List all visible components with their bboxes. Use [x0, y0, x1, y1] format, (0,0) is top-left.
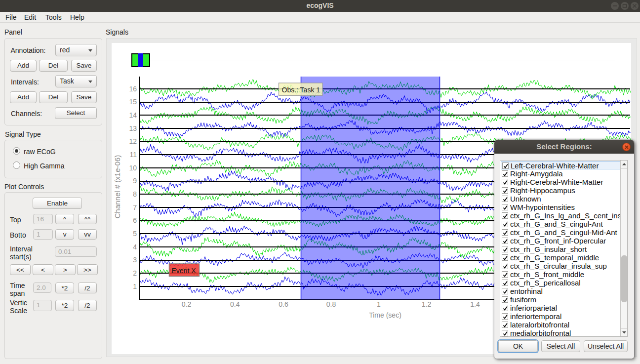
svg-text:Time (sec): Time (sec)	[369, 311, 401, 319]
svg-text:14: 14	[129, 111, 137, 119]
svg-text:1: 1	[377, 300, 381, 308]
svg-text:15: 15	[129, 98, 137, 106]
svg-text:1.4: 1.4	[470, 300, 480, 308]
svg-text:7: 7	[133, 203, 137, 211]
svg-text:10: 10	[129, 164, 137, 172]
svg-text:1.2: 1.2	[422, 300, 432, 308]
svg-text:11: 11	[129, 151, 137, 159]
svg-text:5: 5	[133, 230, 137, 238]
svg-text:Channel # (x1e-06): Channel # (x1e-06)	[113, 155, 121, 218]
svg-text:3: 3	[133, 256, 137, 264]
svg-text:Event X: Event X	[172, 267, 197, 275]
svg-text:13: 13	[129, 124, 137, 132]
svg-text:0.6: 0.6	[279, 300, 288, 308]
svg-text:4: 4	[133, 243, 137, 251]
svg-text:16: 16	[129, 85, 137, 93]
svg-text:2: 2	[133, 269, 137, 277]
svg-text:8: 8	[133, 190, 137, 198]
svg-text:0.4: 0.4	[230, 300, 240, 308]
svg-text:0.8: 0.8	[326, 300, 336, 308]
svg-text:12: 12	[129, 137, 137, 145]
svg-text:9: 9	[133, 177, 137, 185]
svg-text:6: 6	[133, 216, 137, 224]
svg-text:0.2: 0.2	[182, 300, 192, 308]
svg-text:Obs.: Task 1: Obs.: Task 1	[282, 86, 320, 94]
svg-text:1: 1	[133, 283, 137, 290]
